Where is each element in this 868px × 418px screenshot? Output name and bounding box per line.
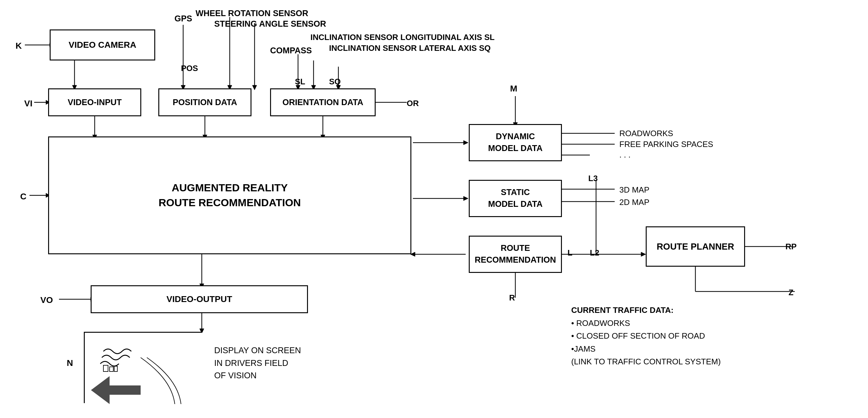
video-output-box: VIDEO-OUTPUT xyxy=(91,285,308,313)
z-label: Z xyxy=(788,288,794,298)
sq-label: SQ xyxy=(329,77,341,86)
svg-marker-42 xyxy=(641,252,646,256)
video-input-label: VIDEO-INPUT xyxy=(68,98,122,107)
parking-label: FREE PARKING SPACES xyxy=(619,140,713,149)
or-label: OR xyxy=(407,99,419,108)
traffic-roadworks: • ROADWORKS xyxy=(571,317,721,330)
route-recommendation-label: ROUTE RECOMMENDATION xyxy=(475,243,556,266)
wheel-rotation-label: WHEEL ROTATION SENSOR xyxy=(195,9,308,18)
video-input-box: VIDEO-INPUT xyxy=(48,89,141,116)
roadworks-dynamic-label: ROADWORKS xyxy=(619,129,673,138)
traffic-header: CURRENT TRAFFIC DATA: xyxy=(571,304,721,317)
c-label: C xyxy=(20,191,26,202)
orientation-data-box: ORIENTATION DATA xyxy=(270,89,376,116)
position-data-label: POSITION DATA xyxy=(173,98,237,107)
n-label: N xyxy=(67,358,73,368)
k-label: K xyxy=(16,41,22,51)
video-camera-label: VIDEO CAMERA xyxy=(69,40,136,50)
traffic-data-block: CURRENT TRAFFIC DATA: • ROADWORKS • CLOS… xyxy=(571,304,721,369)
m-label: M xyxy=(510,84,517,94)
dynamic-model-label: DYNAMIC MODEL DATA xyxy=(488,131,542,154)
sl-label: SL xyxy=(295,77,305,86)
route-planner-box: ROUTE PLANNER xyxy=(646,227,745,267)
traffic-link: (LINK TO TRAFFIC CONTROL SYSTEM) xyxy=(571,355,721,369)
map2d-label: 2D MAP xyxy=(619,198,649,207)
display-label: DISPLAY ON SCREENIN DRIVERS FIELDOF VISI… xyxy=(214,344,301,382)
augmented-reality-label: AUGMENTED REALITY ROUTE RECOMMENDATION xyxy=(159,180,301,210)
vi-label: VI xyxy=(24,99,32,108)
rp-label: RP xyxy=(785,242,797,251)
map3d-label: 3D MAP xyxy=(619,185,649,195)
dots-label: · · · xyxy=(619,152,630,162)
compass-label: COMPASS xyxy=(270,46,312,56)
video-output-label: VIDEO-OUTPUT xyxy=(166,294,232,304)
l-label: L xyxy=(567,248,572,258)
screen-display xyxy=(84,332,202,403)
traffic-closed: • CLOSED OFF SECTION OF ROAD xyxy=(571,329,721,343)
l3-label: L3 xyxy=(588,174,598,183)
static-model-box: STATIC MODEL DATA xyxy=(469,180,562,217)
orientation-data-label: ORIENTATION DATA xyxy=(282,98,363,107)
svg-marker-28 xyxy=(464,140,468,145)
video-camera-box: VIDEO CAMERA xyxy=(50,30,155,61)
svg-marker-30 xyxy=(464,196,468,201)
position-data-box: POSITION DATA xyxy=(158,89,251,116)
static-model-label: STATIC MODEL DATA xyxy=(488,187,542,210)
traffic-jams: •JAMS xyxy=(571,343,721,356)
r-label: R xyxy=(509,293,515,303)
vo-label: VO xyxy=(40,295,53,305)
gps-label: GPS xyxy=(175,14,192,24)
pos-label: POS xyxy=(181,64,198,73)
l2-label: L2 xyxy=(590,248,599,258)
augmented-reality-box: AUGMENTED REALITY ROUTE RECOMMENDATION xyxy=(48,136,411,254)
route-recommendation-box: ROUTE RECOMMENDATION xyxy=(469,236,562,273)
steering-angle-label: STEERING ANGLE SENSOR xyxy=(214,19,326,29)
inclination-lat-label: INCLINATION SENSOR LATERAL AXIS SQ xyxy=(329,43,491,53)
inclination-long-label: INCLINATION SENSOR LONGITUDINAL AXIS SL xyxy=(310,33,495,42)
svg-marker-11 xyxy=(252,85,257,90)
dynamic-model-box: DYNAMIC MODEL DATA xyxy=(469,124,562,161)
route-planner-label: ROUTE PLANNER xyxy=(657,240,734,253)
